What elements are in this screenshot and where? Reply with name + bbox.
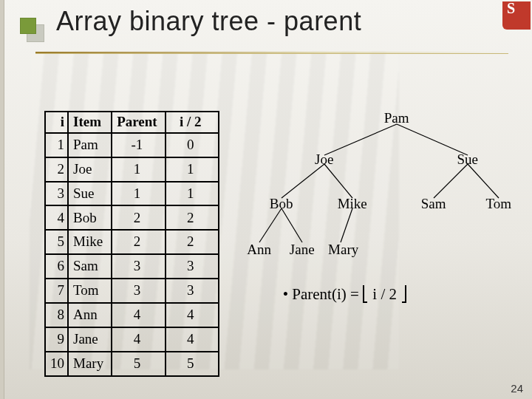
cell-item: Tom <box>68 279 112 303</box>
svg-line-8 <box>341 208 352 242</box>
header-idiv2: i / 2 <box>166 112 219 133</box>
cell-i: 2 <box>45 157 68 182</box>
cell-item: Ann <box>68 303 112 327</box>
cell-parent: 1 <box>112 157 166 182</box>
cell-i: 7 <box>45 279 68 303</box>
tree-node-mike: Mike <box>338 196 367 212</box>
binary-tree-diagram: Pam Joe Sue Bob Mike Sam Tom Ann Jane Ma… <box>242 111 517 377</box>
svg-line-3 <box>324 164 352 198</box>
cell-parent: 2 <box>112 230 166 254</box>
cell-i: 9 <box>45 327 68 352</box>
cell-item: Mike <box>68 230 112 254</box>
cell-item: Sam <box>68 254 112 279</box>
cell-item: Jane <box>68 327 112 352</box>
header-parent: Parent <box>112 112 166 133</box>
tree-node-sue: Sue <box>457 151 478 168</box>
table-row: 4Bob22 <box>45 205 219 230</box>
tree-node-joe: Joe <box>315 151 333 168</box>
cell-item: Bob <box>68 205 112 230</box>
cell-i: 4 <box>45 205 68 230</box>
cell-parent: 3 <box>112 279 166 303</box>
tree-node-sam: Sam <box>421 196 446 212</box>
logo-letter: S <box>507 1 515 17</box>
svg-line-1 <box>397 124 468 155</box>
cell-parent: -1 <box>112 133 166 157</box>
svg-line-0 <box>324 124 397 155</box>
svg-line-5 <box>468 164 499 198</box>
table-row: 7Tom33 <box>45 279 219 303</box>
cell-idiv2: 5 <box>166 352 219 376</box>
floor-left-icon <box>363 285 367 303</box>
corner-logo: S <box>502 1 531 30</box>
tree-node-pam: Pam <box>384 110 409 126</box>
slide-content: i Item Parent i / 2 1Pam-102Joe113Sue114… <box>44 111 517 377</box>
cell-idiv2: 2 <box>166 230 219 254</box>
tree-node-ann: Ann <box>247 242 271 258</box>
formula-bullet: • <box>283 285 288 303</box>
cell-parent: 4 <box>112 303 166 327</box>
slide-left-edge <box>0 0 4 399</box>
title-bullet-icon <box>0 9 56 34</box>
title-bar: Array binary tree - parent <box>0 0 532 37</box>
tree-edges <box>242 111 517 377</box>
cell-i: 1 <box>45 133 68 157</box>
formula-inner: i / 2 <box>372 285 397 303</box>
cell-i: 6 <box>45 254 68 279</box>
header-i: i <box>45 112 68 133</box>
array-table: i Item Parent i / 2 1Pam-102Joe113Sue114… <box>44 111 219 377</box>
table-row: 8Ann44 <box>45 303 219 327</box>
cell-parent: 1 <box>112 182 166 206</box>
cell-idiv2: 3 <box>166 279 219 303</box>
cell-parent: 3 <box>112 254 166 279</box>
cell-idiv2: 1 <box>166 157 219 182</box>
svg-line-7 <box>282 208 302 242</box>
table-row: 3Sue11 <box>45 182 219 206</box>
parent-formula: • Parent(i) = i / 2 <box>283 285 407 304</box>
cell-i: 8 <box>45 303 68 327</box>
table-row: 9Jane44 <box>45 327 219 352</box>
cell-idiv2: 2 <box>166 205 219 230</box>
slide-title: Array binary tree - parent <box>56 6 361 37</box>
cell-idiv2: 1 <box>166 182 219 206</box>
tree-node-mary: Mary <box>328 242 358 258</box>
cell-item: Pam <box>68 133 112 157</box>
title-underline <box>35 52 508 54</box>
table-row: 2Joe11 <box>45 157 219 182</box>
cell-idiv2: 4 <box>166 327 219 352</box>
cell-item: Mary <box>68 352 112 376</box>
cell-idiv2: 0 <box>166 133 219 157</box>
table-row: 5Mike22 <box>45 230 219 254</box>
formula-lhs: Parent(i) = <box>292 285 359 303</box>
tree-node-bob: Bob <box>270 196 293 212</box>
cell-item: Joe <box>68 157 112 182</box>
cell-parent: 5 <box>112 352 166 376</box>
table-row: 6Sam33 <box>45 254 219 279</box>
svg-line-4 <box>434 164 468 198</box>
table-header-row: i Item Parent i / 2 <box>45 112 219 133</box>
cell-idiv2: 3 <box>166 254 219 279</box>
cell-i: 5 <box>45 230 68 254</box>
svg-line-2 <box>282 164 324 198</box>
cell-parent: 2 <box>112 205 166 230</box>
cell-parent: 4 <box>112 327 166 352</box>
table-row: 10Mary55 <box>45 352 219 376</box>
cell-idiv2: 4 <box>166 303 219 327</box>
cell-item: Sue <box>68 182 112 206</box>
cell-i: 3 <box>45 182 68 206</box>
table-row: 1Pam-10 <box>45 133 219 157</box>
floor-right-icon <box>402 285 406 303</box>
cell-i: 10 <box>45 352 68 376</box>
header-item: Item <box>68 112 112 133</box>
tree-node-tom: Tom <box>485 196 511 212</box>
svg-line-6 <box>259 208 282 242</box>
tree-node-jane: Jane <box>290 242 315 258</box>
page-number: 24 <box>511 382 523 395</box>
